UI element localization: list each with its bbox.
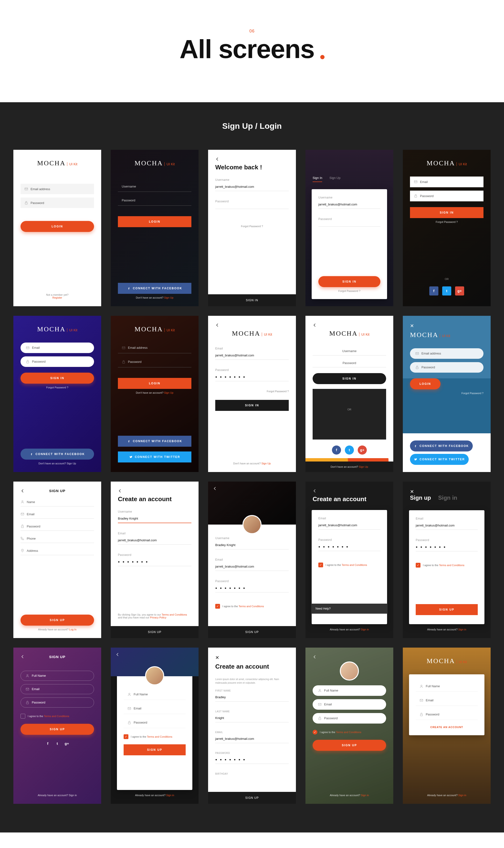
signin-link[interactable]: Sign in	[458, 628, 466, 631]
email-field[interactable]: Email address	[20, 184, 94, 194]
google-button[interactable]: g+	[455, 287, 464, 295]
facebook-icon[interactable]: f	[45, 741, 51, 746]
signin-button[interactable]: SIGN IN	[318, 276, 380, 287]
email-field[interactable]: Email	[20, 510, 94, 519]
back-icon[interactable]	[215, 157, 219, 161]
twitter-button[interactable]: CONNECT WITH TWITTER	[410, 454, 469, 465]
login-button[interactable]: LOGIN	[118, 378, 192, 389]
forgot-link[interactable]: Forgot Password ?	[410, 221, 484, 223]
avatar[interactable]	[145, 666, 164, 685]
signin-button[interactable]: SIGN IN	[208, 294, 296, 306]
password-field[interactable]: Password	[312, 713, 386, 724]
signup-tab[interactable]: Sign Up	[329, 176, 340, 182]
signin-link[interactable]: Sign in	[361, 628, 369, 631]
back-icon[interactable]	[20, 489, 25, 493]
signin-tab[interactable]: Sign In	[312, 176, 322, 182]
password-field[interactable]: Password	[410, 191, 484, 201]
terms-checkbox[interactable]: ✓I agree to the Terms and Conditions	[312, 730, 386, 734]
signin-link[interactable]: Sign in	[458, 794, 466, 797]
avatar[interactable]	[340, 661, 359, 680]
email-field[interactable]: jarrett_brakus@hotmail.com	[215, 562, 289, 571]
google-button[interactable]: g+	[358, 446, 367, 454]
fullname-field[interactable]: Full Name	[20, 671, 94, 681]
signup-link[interactable]: Sign Up	[262, 462, 271, 465]
password-field[interactable]: Password	[118, 195, 192, 206]
signup-link[interactable]: Sign Up	[359, 465, 368, 468]
email-field[interactable]: Email address	[410, 348, 484, 359]
login-button[interactable]: LOGIN	[20, 221, 94, 232]
signup-button[interactable]: SIGN UP	[20, 724, 94, 735]
help-button[interactable]: Need Help?	[311, 604, 388, 614]
forgot-link[interactable]: Forgot Password ?	[318, 290, 380, 292]
back-icon[interactable]	[312, 323, 317, 327]
signin-button[interactable]: SIGN IN	[20, 373, 94, 384]
email-field[interactable]: Email	[124, 703, 186, 714]
username-field[interactable]: Bradley Knight	[215, 541, 289, 549]
signup-button[interactable]: SIGN UP	[124, 744, 186, 755]
facebook-button[interactable]: CONNECT WITH FACEBOOK	[410, 440, 473, 451]
google-icon[interactable]: g+	[64, 741, 70, 746]
forgot-link[interactable]: Forgot Password ?	[410, 392, 484, 395]
signup-button[interactable]: SIGN UP	[111, 626, 199, 638]
password-field[interactable]: ● ● ● ● ● ● ●	[215, 755, 289, 764]
signup-link[interactable]: Sign Up	[164, 296, 174, 299]
password-field[interactable]: Password	[20, 697, 94, 708]
password-field[interactable]: ● ● ● ● ● ● ●	[416, 543, 478, 551]
email-field[interactable]: jarrett_brakus@hotmail.com	[416, 521, 478, 530]
firstname-field[interactable]: Bradley	[215, 693, 289, 702]
password-field[interactable]: ● ● ● ● ● ● ●	[318, 542, 380, 551]
back-icon[interactable]	[118, 489, 122, 493]
email-field[interactable]: jarrett_brakus@hotmail.com	[118, 536, 192, 544]
signin-button[interactable]: SIGN IN	[410, 207, 484, 218]
signin-link[interactable]: Sign in	[166, 794, 174, 797]
fullname-field[interactable]: Full Name	[416, 681, 478, 692]
facebook-button[interactable]: f	[332, 446, 341, 454]
login-button[interactable]: LOGIN	[118, 216, 192, 227]
password-field[interactable]: Password	[20, 357, 94, 367]
signup-button[interactable]: SIGN UP	[20, 615, 94, 626]
close-icon[interactable]: ✕	[410, 323, 484, 329]
signup-button[interactable]: SIGN UP	[208, 792, 296, 804]
email-field[interactable]: jarrett_brakus@hotmail.com	[318, 521, 380, 530]
email-field[interactable]: Email	[410, 176, 484, 187]
signin-link[interactable]: Sign in	[69, 794, 77, 797]
password-field[interactable]	[215, 204, 289, 209]
signup-link[interactable]: Sign Up	[67, 462, 76, 465]
back-icon[interactable]	[312, 489, 317, 493]
twitter-button[interactable]: t	[345, 446, 354, 454]
terms-checkbox[interactable]: ✓I agree to the Terms and Conditions	[416, 563, 478, 568]
back-icon[interactable]	[213, 486, 217, 491]
password-field[interactable]: ● ● ● ● ● ● ●	[118, 557, 192, 566]
password-field[interactable]: Password	[20, 197, 94, 208]
login-button[interactable]: LOGIN	[410, 378, 440, 390]
back-icon[interactable]	[115, 652, 120, 657]
email-field[interactable]: Email	[416, 695, 478, 706]
back-icon[interactable]	[215, 323, 219, 327]
name-field[interactable]: Name	[20, 498, 94, 506]
twitter-button[interactable]: CONNECT WITH TWITTER	[118, 451, 192, 463]
forgot-link[interactable]: Forgot Password ?	[20, 386, 94, 389]
password-field[interactable]: Password	[416, 709, 478, 720]
password-field[interactable]	[318, 222, 380, 227]
login-link[interactable]: Log In	[69, 628, 77, 631]
username-field[interactable]: Username	[118, 181, 192, 192]
create-account-button[interactable]: CREATE AN ACCOUNT	[430, 726, 463, 729]
forgot-link[interactable]: Forgot Password ?	[215, 225, 289, 228]
facebook-button[interactable]: f	[429, 287, 438, 295]
password-field[interactable]: Password	[20, 522, 94, 531]
twitter-button[interactable]: t	[442, 287, 451, 295]
email-field[interactable]: Email	[312, 699, 386, 710]
address-field[interactable]: Address	[20, 546, 94, 555]
email-field[interactable]: jarrett_brakus@hotmail.com	[215, 734, 289, 743]
back-icon[interactable]	[312, 655, 317, 659]
signin-tab[interactable]: Sign in	[438, 495, 457, 503]
email-field[interactable]: Email address	[118, 343, 192, 353]
forgot-link[interactable]: Forgot Password ?	[215, 390, 289, 393]
facebook-button[interactable]: CONNECT WITH FACEBOOK	[118, 436, 192, 447]
back-icon[interactable]	[20, 655, 25, 659]
signup-link[interactable]: Sign Up	[164, 391, 174, 394]
username-field[interactable]: Username	[312, 347, 386, 356]
signup-tab[interactable]: Sign up	[410, 495, 431, 503]
phone-field[interactable]: Phone	[20, 534, 94, 543]
signin-link[interactable]: Sign in	[361, 794, 369, 797]
